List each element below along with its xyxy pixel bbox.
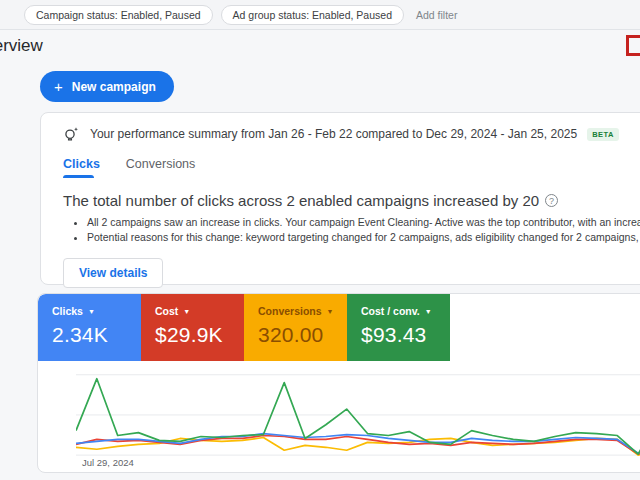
summary-bullets: All 2 campaigns saw an increase in click… <box>87 215 637 245</box>
performance-chart <box>76 363 640 461</box>
summary-bullet: Potential reasons for this change: keywo… <box>87 230 637 245</box>
summary-tabs: Clicks Conversions <box>63 157 637 178</box>
summary-bullet: All 2 campaigns saw an increase in click… <box>87 215 637 230</box>
view-details-button[interactable]: View details <box>63 258 163 288</box>
tab-clicks[interactable]: Clicks <box>63 157 100 178</box>
chevron-down-icon: ▼ <box>425 308 432 315</box>
help-icon[interactable]: ? <box>545 194 558 207</box>
metric-value: 2.34K <box>52 323 141 347</box>
metric-label: Clicks <box>52 305 83 317</box>
insights-lightbulb-icon <box>63 126 80 143</box>
metric-value: $29.9K <box>155 323 244 347</box>
metric-card-clicks[interactable]: Clicks ▼ 2.34K <box>38 294 141 361</box>
filter-chip-adgroup-status[interactable]: Ad group status: Enabled, Paused <box>221 5 404 25</box>
plus-icon: + <box>54 79 63 94</box>
chart-line-cost <box>76 436 640 455</box>
annotation-highlight-box <box>626 35 640 56</box>
chevron-down-icon: ▼ <box>88 308 95 315</box>
performance-summary-card: Your performance summary from Jan 26 - F… <box>40 112 640 285</box>
performance-chart-card: Clicks ▼ 2.34K Cost ▼ $29.9K Conversions… <box>37 293 640 473</box>
add-filter-button[interactable]: Add filter <box>416 9 457 21</box>
metric-card-cost[interactable]: Cost ▼ $29.9K <box>141 294 244 361</box>
new-campaign-button[interactable]: + New campaign <box>40 71 174 102</box>
summary-line: Your performance summary from Jan 26 - F… <box>90 127 577 141</box>
metric-card-conversions[interactable]: Conversions ▼ 320.00 <box>244 294 347 361</box>
metric-value: 320.00 <box>258 323 347 347</box>
filter-bar: Campaign status: Enabled, Paused Ad grou… <box>0 0 640 30</box>
metric-card-cost-per-conv[interactable]: Cost / conv. ▼ $93.43 <box>347 294 450 361</box>
filter-chip-campaign-status[interactable]: Campaign status: Enabled, Paused <box>24 5 213 25</box>
metric-label: Cost <box>155 305 178 317</box>
new-campaign-label: New campaign <box>72 80 156 94</box>
metric-selector-row: Clicks ▼ 2.34K Cost ▼ $29.9K Conversions… <box>38 294 640 361</box>
summary-headline: The total number of clicks across 2 enab… <box>63 192 539 209</box>
chevron-down-icon: ▼ <box>327 308 334 315</box>
page-title: Overview <box>0 36 43 56</box>
metric-value: $93.43 <box>361 323 450 347</box>
chevron-down-icon: ▼ <box>183 308 190 315</box>
beta-badge: BETA <box>587 128 619 141</box>
x-axis-start-label: Jul 29, 2024 <box>82 457 134 468</box>
metric-label: Cost / conv. <box>361 305 420 317</box>
tab-conversions[interactable]: Conversions <box>126 157 195 178</box>
metric-label: Conversions <box>258 305 322 317</box>
